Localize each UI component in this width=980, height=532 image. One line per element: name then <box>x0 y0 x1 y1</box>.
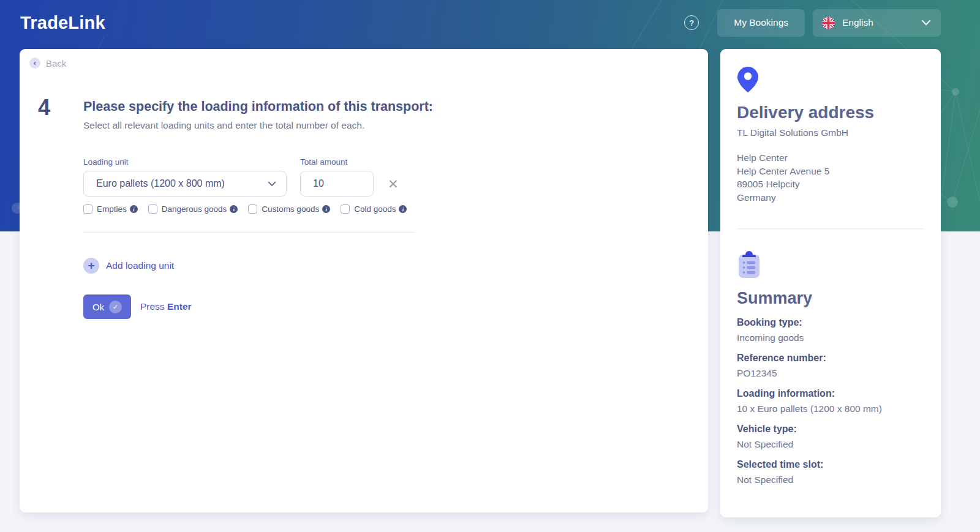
chevron-down-icon <box>921 20 931 26</box>
checkbox-box[interactable] <box>148 204 157 214</box>
summary-title: Summary <box>737 289 924 308</box>
top-navigation-bar: TradeLink ? My Bookings English <box>0 0 980 45</box>
summary-label: Loading information: <box>737 388 924 399</box>
address-line: 89005 Helpcity <box>737 178 924 191</box>
press-enter-hint: Press Enter <box>140 301 192 312</box>
checkbox-box[interactable] <box>83 204 92 214</box>
checkbox-cold-goods[interactable]: Cold goods i <box>341 204 407 214</box>
checkbox-dangerous-goods[interactable]: Dangerous goods i <box>148 204 238 214</box>
checkbox-label: Customs goods <box>262 204 319 214</box>
add-loading-unit-label: Add loading unit <box>106 260 174 271</box>
sidebar-divider <box>737 228 924 229</box>
summary-item-reference-number: Reference number: PO12345 <box>737 353 924 379</box>
summary-value: Incoming goods <box>737 332 924 343</box>
checkbox-customs-goods[interactable]: Customs goods i <box>248 204 330 214</box>
address-line: Germany <box>737 191 924 204</box>
info-icon[interactable]: i <box>399 205 407 213</box>
add-loading-unit-button[interactable]: + Add loading unit <box>83 258 433 274</box>
chevron-left-icon: ‹ <box>29 58 40 69</box>
total-amount-field-label: Total amount <box>300 157 347 167</box>
summary-value: PO12345 <box>737 368 924 379</box>
back-button[interactable]: ‹ Back <box>29 58 66 69</box>
question-title: Please specify the loading information o… <box>83 99 433 114</box>
summary-label: Vehicle type: <box>737 424 924 435</box>
remove-loading-unit-button[interactable]: ✕ <box>388 178 399 190</box>
booking-step-card: ‹ Back 4 Please specify the loading info… <box>20 49 708 512</box>
loading-unit-selected-value: Euro pallets (1200 x 800 mm) <box>96 178 225 189</box>
question-subtitle: Select all relevant loading units and en… <box>83 120 433 131</box>
delivery-address-block: Help Center Help Center Avenue 5 89005 H… <box>737 151 924 204</box>
summary-value: Not Specified <box>737 474 924 485</box>
total-amount-input[interactable] <box>300 171 374 197</box>
language-selector[interactable]: English <box>813 9 941 37</box>
close-icon: ✕ <box>388 177 399 191</box>
checkbox-label: Cold goods <box>354 204 396 214</box>
info-icon[interactable]: i <box>130 205 138 213</box>
press-label: Press <box>140 301 165 312</box>
step-number: 4 <box>38 96 62 319</box>
summary-label: Reference number: <box>737 353 924 364</box>
clipboard-list-icon <box>737 251 761 279</box>
uk-flag-icon <box>821 16 835 30</box>
chevron-down-icon <box>268 181 276 187</box>
help-icon[interactable]: ? <box>684 15 699 30</box>
booking-summary-panel: Delivery address TL Digital Solutions Gm… <box>720 49 941 517</box>
info-icon[interactable]: i <box>322 205 330 213</box>
summary-value: 10 x Euro pallets (1200 x 800 mm) <box>737 403 924 414</box>
checkbox-box[interactable] <box>341 204 350 214</box>
app-logo[interactable]: TradeLink <box>20 13 105 33</box>
location-pin-icon <box>737 66 759 93</box>
summary-item-booking-type: Booking type: Incoming goods <box>737 317 924 343</box>
loading-unit-select[interactable]: Euro pallets (1200 x 800 mm) <box>83 171 287 197</box>
back-label: Back <box>46 58 66 69</box>
language-label: English <box>842 17 873 28</box>
checkbox-empties[interactable]: Empties i <box>83 204 138 214</box>
loading-unit-field-label: Loading unit <box>83 157 300 167</box>
summary-item-selected-time-slot: Selected time slot: Not Specified <box>737 459 924 485</box>
checkbox-label: Empties <box>97 204 127 214</box>
plus-icon: + <box>83 258 99 274</box>
summary-value: Not Specified <box>737 439 924 450</box>
summary-label: Selected time slot: <box>737 459 924 470</box>
address-line: Help Center <box>737 151 924 165</box>
ok-button[interactable]: Ok ✓ <box>83 294 131 319</box>
checkbox-label: Dangerous goods <box>162 204 227 214</box>
check-icon: ✓ <box>109 301 122 313</box>
info-icon[interactable]: i <box>230 205 238 213</box>
summary-label: Booking type: <box>737 317 924 328</box>
enter-label: Enter <box>167 301 192 312</box>
summary-item-loading-information: Loading information: 10 x Euro pallets (… <box>737 388 924 414</box>
my-bookings-button[interactable]: My Bookings <box>717 9 805 37</box>
form-divider <box>83 232 414 233</box>
delivery-company: TL Digital Solutions GmbH <box>737 127 924 138</box>
ok-label: Ok <box>92 302 104 312</box>
checkbox-box[interactable] <box>248 204 257 214</box>
address-line: Help Center Avenue 5 <box>737 165 924 178</box>
summary-item-vehicle-type: Vehicle type: Not Specified <box>737 424 924 450</box>
loading-unit-form: Loading unit Total amount Euro pallets (… <box>83 157 433 319</box>
delivery-address-title: Delivery address <box>737 103 924 122</box>
